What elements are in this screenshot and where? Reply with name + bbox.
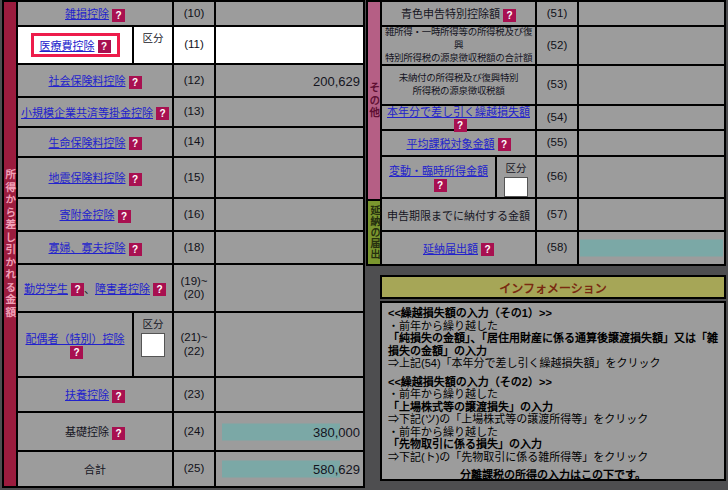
row-label-inner: 勤労学生?、障害者控除?	[24, 280, 166, 297]
row-label: 地震保険料控除?	[18, 158, 172, 197]
value-cell	[216, 313, 363, 376]
row-label: 生命保険料控除?	[18, 128, 172, 156]
row-label-link[interactable]: 生命保険料控除	[49, 137, 126, 149]
label-cell: 雑所得・一時所得等の所得税及び復興特別所得税の源泉徴収税額の合計額	[382, 27, 537, 64]
row-label: 変動・臨時所得金額?	[382, 157, 495, 197]
label-cell: 基礎控除?	[18, 413, 174, 450]
item-number: (21)~(22)	[174, 313, 216, 376]
value-cell	[579, 199, 724, 230]
value-cell: 200,629	[216, 65, 363, 96]
item-number: (11)	[174, 27, 216, 63]
table-row: 青色申告特別控除額?(51)	[382, 2, 724, 27]
info-line: ・前年から繰り越した	[388, 426, 718, 439]
table-row: 基礎控除?(24)380,000	[18, 413, 363, 452]
row-label: 勤労学生?、障害者控除?	[18, 265, 172, 311]
kubun-input[interactable]	[504, 177, 528, 197]
info-footer: 分離課税の所得の入力はこの下です。	[388, 469, 718, 481]
row-label: 平均課税対象金額?	[382, 131, 535, 155]
help-icon[interactable]: ?	[156, 107, 169, 120]
value-text: 200,629	[313, 73, 360, 88]
help-icon[interactable]: ?	[129, 243, 142, 256]
item-number: (13)	[174, 98, 216, 126]
table-row: 医療費控除?区分(11)	[18, 27, 363, 65]
value-cell: 380,000	[216, 413, 363, 450]
row-label-link[interactable]: 地震保険料控除	[49, 172, 126, 184]
label-cell: 寡婦、寡夫控除?	[18, 232, 174, 263]
kubun-cell: 区分	[495, 157, 535, 197]
row-label: 申告期限までに納付する金額	[382, 199, 535, 230]
help-icon[interactable]: ?	[70, 346, 83, 359]
row-label-link[interactable]: 勤労学生	[24, 283, 68, 295]
row-label: 未納付の所得税及び復興特別所得税の源泉徴収税額	[382, 66, 535, 104]
row-label-link[interactable]: 医療費控除	[40, 40, 95, 52]
row-label-link[interactable]: 本年分で差し引く繰越損失額	[387, 106, 530, 118]
kubun-cell: 区分	[132, 313, 172, 376]
help-icon[interactable]: ?	[481, 243, 494, 256]
help-icon[interactable]: ?	[112, 427, 125, 440]
table-row: 配偶者（特別）控除?区分(21)~(22)	[18, 313, 363, 378]
row-label-inner: 青色申告特別控除額?	[401, 5, 516, 22]
row-label-link[interactable]: 小規模企業共済等掛金控除	[21, 107, 153, 119]
kubun-label: 区分	[143, 316, 164, 331]
help-icon[interactable]: ?	[71, 283, 84, 296]
row-label-link[interactable]: 延納届出額	[423, 243, 478, 255]
left-category-strip: 所得から差し引かれる金額	[4, 2, 18, 486]
help-icon[interactable]: ?	[129, 76, 142, 89]
info-line: ⇒下記(ト)の「先物取引に係る雑所得等」をクリック	[388, 451, 718, 464]
help-icon[interactable]: ?	[118, 210, 131, 223]
row-label-link[interactable]: 障害者控除	[95, 283, 150, 295]
row-label-link[interactable]: 扶養控除	[65, 389, 109, 401]
help-icon[interactable]: ?	[498, 138, 511, 151]
item-number: (25)	[174, 452, 216, 486]
row-label-inner: 申告期限までに納付する金額	[387, 207, 530, 223]
value-cell	[216, 199, 363, 230]
kubun-label: 区分	[506, 160, 527, 175]
kubun-input[interactable]	[141, 333, 165, 357]
information-panel-title: インフォメーション	[380, 275, 726, 299]
value-cell	[579, 106, 724, 129]
help-icon[interactable]: ?	[503, 9, 516, 22]
item-number: (53)	[537, 66, 579, 104]
help-icon[interactable]: ?	[153, 283, 166, 296]
row-label-link[interactable]: 雑損控除	[65, 8, 109, 20]
item-number: (12)	[174, 65, 216, 96]
row-label-inner: 平均課税対象金額?	[407, 135, 511, 152]
label-cell: 寄附金控除?	[18, 199, 174, 230]
row-label-link[interactable]: 寡婦、寡夫控除	[49, 242, 126, 254]
help-icon[interactable]: ?	[112, 9, 125, 22]
label-cell: 平均課税対象金額?	[382, 131, 537, 155]
row-label-inner: 配偶者（特別）控除?	[20, 330, 130, 360]
info-section: <<繰越損失額の入力（その1）>>・前年から繰り越した「純損失の金額」、「居住用…	[388, 307, 718, 370]
item-number: (54)	[537, 106, 579, 129]
row-label-link[interactable]: 変動・臨時所得金額	[389, 165, 488, 177]
item-number: (23)	[174, 378, 216, 411]
row-label-link[interactable]: 寄附金控除	[60, 209, 115, 221]
help-icon[interactable]: ?	[98, 40, 111, 53]
table-row: 生命保険料控除?(14)	[18, 128, 363, 158]
value-cell	[216, 128, 363, 156]
item-number: (19)~(20)	[174, 265, 216, 311]
table-row: 地震保険料控除?(15)	[18, 158, 363, 199]
help-icon[interactable]: ?	[112, 390, 125, 403]
row-label: 小規模企業共済等掛金控除?	[18, 98, 172, 126]
value-cell	[579, 66, 724, 104]
row-label: 合計	[18, 452, 172, 486]
label-cell: 未納付の所得税及び復興特別所得税の源泉徴収税額	[382, 66, 537, 104]
help-icon[interactable]: ?	[434, 179, 447, 192]
help-icon[interactable]: ?	[129, 173, 142, 186]
info-line: 「純損失の金額」、「居住用財産に係る通算後譲渡損失額」又は「雑損失の金額」の入力	[388, 332, 718, 357]
information-panel-body: <<繰越損失額の入力（その1）>>・前年から繰り越した「純損失の金額」、「居住用…	[380, 301, 726, 481]
item-number: (10)	[174, 2, 216, 25]
row-label-link[interactable]: 社会保険料控除	[49, 75, 126, 87]
row-label-link[interactable]: 配偶者（特別）控除	[26, 333, 125, 345]
row-label-text: 基礎控除	[65, 426, 109, 438]
tax-form-page: 所得から差し引かれる金額 雑損控除?(10)医療費控除?区分(11)社会保険料控…	[0, 0, 728, 490]
table-row: 本年分で差し引く繰越損失額?(54)	[382, 106, 724, 131]
row-label-link[interactable]: 平均課税対象金額	[407, 138, 495, 150]
row-label-text: 青色申告特別控除額	[401, 8, 500, 20]
info-line: 「上場株式等の譲渡損失」の入力	[388, 401, 718, 414]
table-row: 勤労学生?、障害者控除?(19)~(20)	[18, 265, 363, 313]
item-number: (18)	[174, 232, 216, 263]
help-icon[interactable]: ?	[129, 137, 142, 150]
row-label-inner: 延納届出額?	[423, 240, 494, 257]
